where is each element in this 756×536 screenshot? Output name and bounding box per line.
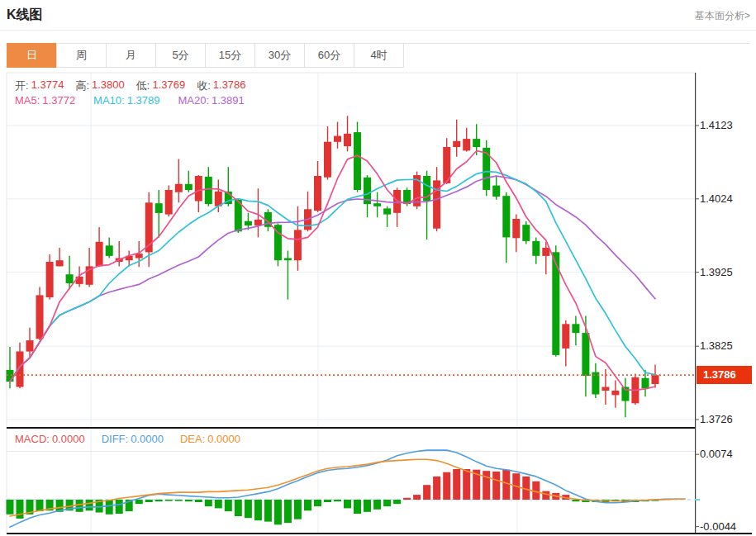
ohlc-legend: 开:1.3774高:1.3800低:1.3769收:1.3786 xyxy=(15,78,246,93)
price-axis-line xyxy=(695,73,696,534)
ma-2-value: 1.3891 xyxy=(212,94,245,107)
macd-tick-0: 0.0074 xyxy=(700,448,733,461)
diff-line xyxy=(10,450,685,527)
ma-0: MA5:1.3772 xyxy=(15,94,75,107)
main-macd-separator xyxy=(7,427,695,429)
macd-ind-2: DEA:0.0000 xyxy=(180,433,240,445)
macd-ind-2-label: DEA: xyxy=(180,433,205,445)
price-tick-0: 1.4123 xyxy=(700,119,733,132)
ohlc-1: 高:1.3800 xyxy=(75,78,124,93)
macd-ind-0-value: 0.0000 xyxy=(52,433,85,445)
price-tick-2: 1.3925 xyxy=(700,266,733,279)
macd-legend: MACD:0.0000DIFF:0.0000DEA:0.0000 xyxy=(15,433,240,445)
ohlc-2-label: 低: xyxy=(136,78,150,93)
ma-2-label: MA20: xyxy=(178,94,209,107)
macd-ind-0: MACD:0.0000 xyxy=(15,433,85,445)
ma-legend: MA5:1.3772MA10:1.3789MA20:1.3891 xyxy=(15,94,245,107)
price-tick-1: 1.4024 xyxy=(700,192,733,206)
ohlc-1-value: 1.3800 xyxy=(92,78,125,93)
ohlc-0: 开:1.3774 xyxy=(15,78,64,93)
candles xyxy=(7,116,659,417)
ma-0-label: MA5: xyxy=(15,94,40,107)
ohlc-3-label: 收: xyxy=(197,78,211,93)
macd-ind-2-value: 0.0000 xyxy=(207,433,240,445)
ma-0-value: 1.3772 xyxy=(42,94,75,107)
macd-ind-0-label: MACD: xyxy=(15,433,50,445)
macd-tick-1: -0.0044 xyxy=(700,520,736,534)
price-tick-4: 1.3726 xyxy=(700,413,733,426)
ohlc-0-value: 1.3774 xyxy=(31,78,64,93)
ohlc-0-label: 开: xyxy=(15,78,29,93)
ma-1: MA10:1.3789 xyxy=(93,94,159,107)
ohlc-3-value: 1.3786 xyxy=(213,78,246,93)
ohlc-2-value: 1.3769 xyxy=(152,78,185,93)
macd-ind-1-value: 0.0000 xyxy=(131,433,164,445)
ohlc-3: 收:1.3786 xyxy=(197,78,245,93)
bottom-axis-line xyxy=(7,533,752,534)
current-price-badge: 1.3786 xyxy=(697,366,752,384)
macd-ind-1: DIFF:0.0000 xyxy=(102,433,164,445)
macd-ind-1-label: DIFF: xyxy=(102,433,129,445)
ma-1-label: MA10: xyxy=(93,94,125,107)
ma-1-value: 1.3789 xyxy=(127,94,160,107)
ohlc-2: 低:1.3769 xyxy=(136,78,185,93)
price-tick-3: 1.3825 xyxy=(700,339,733,353)
ma-2: MA20:1.3891 xyxy=(178,94,244,107)
ohlc-1-label: 高: xyxy=(75,78,89,93)
